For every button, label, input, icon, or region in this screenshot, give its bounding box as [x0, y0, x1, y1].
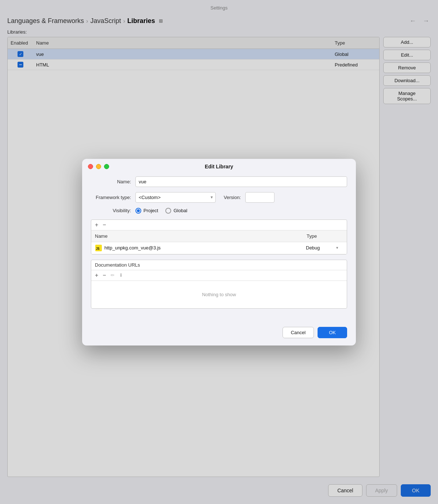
files-header-name: Name	[91, 232, 303, 240]
modal-title: Edit Library	[205, 164, 233, 169]
radio-project-inner	[137, 209, 140, 212]
file-name-text: http_unpkg.com_vue@3.js	[104, 245, 161, 251]
version-input[interactable]	[245, 192, 274, 203]
modal-body: Name: Framework type: <Custom> ▾ Version…	[82, 173, 356, 323]
framework-row: Framework type: <Custom> ▾ Version:	[91, 192, 347, 203]
radio-project-label: Project	[143, 208, 158, 213]
edit-library-modal: Edit Library Name: Framework type: <Cust…	[82, 159, 356, 345]
file-type-cell[interactable]: Debug Release Source Map ▾	[303, 244, 347, 251]
doc-section: Documentation URLs + − ✏ ⬇ Nothing to sh…	[91, 260, 347, 309]
version-label: Version:	[224, 195, 241, 200]
modal-cancel-button[interactable]: Cancel	[283, 327, 314, 338]
name-row: Name:	[91, 176, 347, 187]
file-type-select[interactable]: Debug Release Source Map	[304, 244, 339, 251]
modal-ok-button[interactable]: OK	[318, 327, 347, 338]
svg-text:JS: JS	[96, 247, 100, 251]
file-name-cell: JS http_unpkg.com_vue@3.js	[91, 244, 303, 252]
close-button[interactable]	[88, 164, 93, 169]
window-controls	[88, 164, 109, 169]
visibility-row: Visibility: Project Global	[91, 208, 347, 214]
name-label: Name:	[91, 179, 131, 184]
type-select-wrapper: Debug Release Source Map ▾	[304, 244, 339, 251]
files-remove-button[interactable]: −	[103, 222, 106, 228]
files-header-type: Type	[303, 232, 347, 240]
radio-project-outer	[135, 208, 141, 214]
name-input[interactable]	[135, 176, 347, 187]
framework-type-select[interactable]: <Custom>	[135, 192, 216, 203]
visibility-label: Visibility:	[91, 208, 131, 213]
radio-global-outer	[165, 208, 171, 214]
radio-group: Project Global	[135, 208, 187, 214]
radio-global-label: Global	[173, 208, 187, 213]
radio-global[interactable]: Global	[165, 208, 187, 214]
framework-type-select-wrapper: <Custom> ▾	[135, 192, 216, 203]
radio-project[interactable]: Project	[135, 208, 158, 214]
minimize-button[interactable]	[96, 164, 101, 169]
doc-toolbar: + − ✏ ⬇	[91, 270, 347, 281]
files-section: + − Name Type JS	[91, 219, 347, 255]
doc-add-button[interactable]: +	[95, 272, 98, 278]
modal-titlebar: Edit Library	[82, 159, 356, 173]
doc-remove-button[interactable]: −	[103, 272, 106, 278]
doc-edit-button[interactable]: ✏	[111, 272, 115, 278]
modal-overlay: Edit Library Name: Framework type: <Cust…	[0, 0, 438, 504]
js-file-icon: JS	[95, 244, 102, 252]
files-header: Name Type	[91, 230, 347, 242]
doc-download-button[interactable]: ⬇	[119, 272, 123, 278]
doc-empty-message: Nothing to show	[91, 281, 347, 308]
framework-type-label: Framework type:	[91, 195, 131, 200]
files-add-button[interactable]: +	[95, 222, 98, 228]
files-toolbar: + −	[91, 220, 347, 230]
file-row[interactable]: JS http_unpkg.com_vue@3.js Debug Release…	[91, 242, 347, 254]
maximize-button[interactable]	[104, 164, 109, 169]
doc-section-header: Documentation URLs	[91, 260, 347, 270]
modal-footer: Cancel OK	[82, 323, 356, 345]
